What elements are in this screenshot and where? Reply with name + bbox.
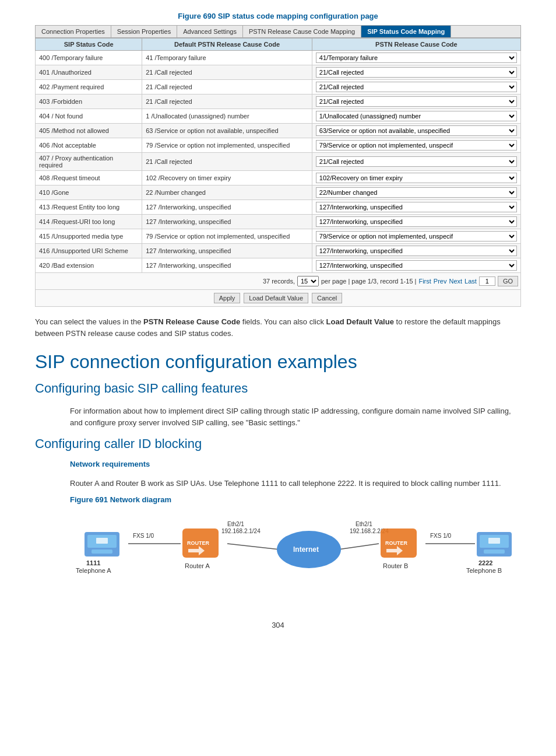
section-h2-2: Configuring caller ID blocking: [35, 436, 521, 452]
sip-status-code: 416 /Unsupported URI Scheme: [36, 244, 142, 258]
pstn-select[interactable]: 127/Interworking, unspecified: [316, 246, 517, 256]
svg-text:Eth2/1: Eth2/1: [356, 521, 372, 527]
table-row: 403 /Forbidden21 /Call rejected21/Call r…: [36, 94, 521, 109]
table-row: 413 /Request Entity too long127 /Interwo…: [36, 200, 521, 215]
table-row: 400 /Temporary failure41 /Temporary fail…: [36, 51, 521, 65]
pstn-select[interactable]: 79/Service or option not implemented, un…: [316, 231, 517, 242]
action-row: Apply Load Default Value Cancel: [35, 290, 521, 307]
phone-2222: [477, 532, 512, 556]
table-row: 420 /Bad extension127 /Interworking, uns…: [36, 258, 521, 273]
pstn-select[interactable]: 127/Interworking, unspecified: [316, 216, 517, 227]
pstn-select[interactable]: 127/Interworking, unspecified: [316, 202, 517, 212]
per-page-select[interactable]: 15 25 50: [297, 276, 319, 286]
page-input[interactable]: [479, 276, 495, 286]
sip-status-code: 410 /Gone: [36, 186, 142, 200]
pstn-select[interactable]: 21/Call rejected: [316, 67, 517, 78]
nav-next[interactable]: Next: [449, 278, 462, 285]
default-pstn-code: 22 /Number changed: [142, 186, 312, 200]
sip-status-code: 420 /Bad extension: [36, 258, 142, 273]
default-pstn-code: 79 /Service or option not implemented, u…: [142, 138, 312, 153]
pstn-select-cell: 21/Call rejected: [312, 94, 520, 109]
table-row: 414 /Request-URI too long127 /Interworki…: [36, 215, 521, 229]
table-row: 405 /Method not allowed63 /Service or op…: [36, 124, 521, 138]
tab-sip-status[interactable]: SIP Status Code Mapping: [361, 26, 451, 37]
default-pstn-code: 127 /Interworking, unspecified: [142, 258, 312, 273]
default-pstn-code: 127 /Interworking, unspecified: [142, 200, 312, 215]
svg-text:Router A: Router A: [185, 562, 210, 569]
internet-cloud: Internet: [277, 531, 341, 568]
table-row: 406 /Not acceptable79 /Service or option…: [36, 138, 521, 153]
pstn-select[interactable]: 21/Call rejected: [316, 96, 517, 107]
table-row: 416 /Unsupported URI Scheme127 /Interwor…: [36, 244, 521, 258]
router-a: ROUTER: [182, 528, 219, 558]
sip-status-code: 402 /Payment required: [36, 80, 142, 94]
tab-connection-properties[interactable]: Connection Properties: [36, 26, 111, 37]
pstn-select-cell: 22/Number changed: [312, 186, 520, 200]
tab-session-properties[interactable]: Session Properties: [111, 26, 177, 37]
load-default-button[interactable]: Load Default Value: [244, 293, 308, 303]
nav-last[interactable]: Last: [464, 278, 477, 285]
svg-text:ROUTER: ROUTER: [187, 540, 210, 546]
svg-text:2222: 2222: [478, 559, 492, 566]
svg-text:Eth2/1: Eth2/1: [227, 521, 244, 527]
pstn-select-cell: 1/Unallocated (unassigned) number: [312, 109, 520, 124]
default-pstn-code: 21 /Call rejected: [142, 153, 312, 171]
pstn-select[interactable]: 41/Temporary failure: [316, 52, 517, 63]
network-svg: FXS 1/0 Eth2/1 192.168.2.1/24 Eth2/1 192…: [70, 510, 548, 603]
pstn-select[interactable]: 1/Unallocated (unassigned) number: [316, 111, 517, 121]
nav-first[interactable]: First: [418, 278, 431, 285]
tab-bar: Connection Properties Session Properties…: [35, 25, 521, 38]
router-b: ROUTER: [381, 528, 417, 558]
go-button[interactable]: GO: [498, 276, 518, 286]
sip-status-code: 400 /Temporary failure: [36, 51, 142, 65]
section-h2-1: Configuring basic SIP calling features: [35, 381, 521, 396]
sip-status-code: 406 /Not acceptable: [36, 138, 142, 153]
svg-rect-29: [488, 538, 500, 544]
table-row: 407 / Proxy authentication required21 /C…: [36, 153, 521, 171]
table-row: 408 /Request timeout102 /Recovery on tim…: [36, 171, 521, 186]
svg-line-1: [227, 544, 280, 550]
svg-text:Telephone B: Telephone B: [466, 567, 502, 574]
pstn-select-cell: 127/Interworking, unspecified: [312, 258, 520, 273]
col-header-sip: SIP Status Code: [36, 38, 142, 51]
svg-rect-28: [484, 550, 505, 554]
apply-button[interactable]: Apply: [214, 293, 241, 303]
nav-prev[interactable]: Prev: [434, 278, 447, 285]
pstn-select[interactable]: 21/Call rejected: [316, 156, 517, 167]
pstn-select[interactable]: 22/Number changed: [316, 187, 517, 198]
sip-status-code: 408 /Request timeout: [36, 171, 142, 186]
svg-text:192.168.2.1/24: 192.168.2.1/24: [221, 528, 261, 534]
pstn-select-cell: 79/Service or option not implemented, un…: [312, 229, 520, 244]
pstn-select[interactable]: 21/Call rejected: [316, 82, 517, 92]
figure-691-caption: Figure 691 Network diagram: [70, 495, 521, 504]
pstn-select[interactable]: 102/Recovery on timer expiry: [316, 173, 517, 183]
sip-status-code: 405 /Method not allowed: [36, 124, 142, 138]
default-pstn-code: 127 /Interworking, unspecified: [142, 215, 312, 229]
table-row: 401 /Unauthorized21 /Call rejected21/Cal…: [36, 65, 521, 80]
default-pstn-code: 21 /Call rejected: [142, 65, 312, 80]
pstn-select[interactable]: 63/Service or option not available, unsp…: [316, 125, 517, 136]
pstn-select[interactable]: 127/Interworking, unspecified: [316, 260, 517, 271]
tab-advanced-settings[interactable]: Advanced Settings: [177, 26, 243, 37]
svg-rect-13: [96, 538, 108, 544]
page-info: per page | page 1/3, record 1-15 |: [321, 278, 417, 285]
svg-text:ROUTER: ROUTER: [385, 540, 408, 546]
pstn-select-cell: 127/Interworking, unspecified: [312, 200, 520, 215]
table-row: 404 / Not found1 /Unallocated (unassigne…: [36, 109, 521, 124]
cancel-button[interactable]: Cancel: [312, 293, 342, 303]
svg-text:FXS 1/0: FXS 1/0: [430, 533, 452, 539]
default-pstn-code: 79 /Service or option not implemented, u…: [142, 229, 312, 244]
svg-text:1111: 1111: [86, 559, 100, 566]
svg-line-2: [338, 544, 379, 550]
sip-status-code: 401 /Unauthorized: [36, 65, 142, 80]
sip-status-table: SIP Status Code Default PSTN Release Cau…: [35, 38, 521, 273]
records-count: 37 records,: [263, 278, 295, 285]
pstn-select[interactable]: 79/Service or option not implemented, un…: [316, 140, 517, 150]
pstn-select-cell: 21/Call rejected: [312, 80, 520, 94]
network-diagram: FXS 1/0 Eth2/1 192.168.2.1/24 Eth2/1 192…: [70, 510, 548, 603]
page-number: 304: [35, 621, 521, 629]
default-pstn-code: 21 /Call rejected: [142, 80, 312, 94]
default-pstn-code: 1 /Unallocated (unassigned) number: [142, 109, 312, 124]
tab-pstn-release[interactable]: PSTN Release Cause Code Mapping: [243, 26, 361, 37]
table-row: 415 /Unsupported media type79 /Service o…: [36, 229, 521, 244]
